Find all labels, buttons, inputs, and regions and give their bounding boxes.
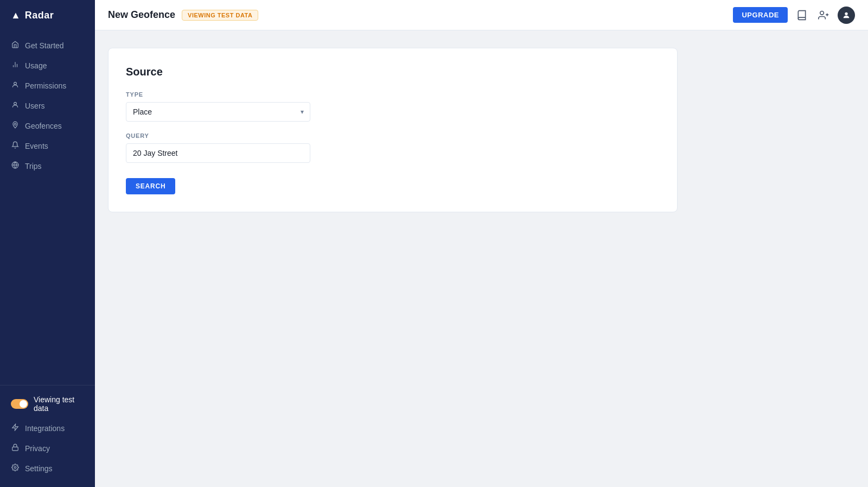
privacy-icon	[11, 444, 20, 453]
sidebar-item-label: Integrations	[25, 424, 65, 433]
viewing-test-data-toggle[interactable]: Viewing test data	[0, 390, 95, 418]
sidebar-item-geofences[interactable]: Geofences	[0, 116, 95, 136]
sidebar-logo: ▲ Radar	[0, 0, 95, 31]
sidebar: ▲ Radar Get Started Usage Permissions U	[0, 0, 95, 487]
type-select-wrapper: Place Address Coordinates ▾	[126, 102, 310, 122]
add-user-button[interactable]	[816, 8, 831, 23]
content: Source TYPE Place Address Coordinates ▾ …	[95, 30, 868, 487]
search-button[interactable]: SEARCH	[126, 178, 175, 194]
user-plus-icon	[818, 10, 829, 21]
topbar: New Geofence VIEWING TEST DATA UPGRADE	[95, 0, 868, 30]
sidebar-item-label: Usage	[25, 61, 47, 70]
type-select[interactable]: Place Address Coordinates	[126, 102, 310, 122]
usage-icon	[11, 61, 20, 70]
sidebar-item-events[interactable]: Events	[0, 136, 95, 156]
sidebar-item-label: Get Started	[25, 41, 64, 50]
settings-icon	[11, 464, 20, 473]
query-input[interactable]	[126, 143, 310, 163]
sidebar-item-users[interactable]: Users	[0, 96, 95, 116]
sidebar-item-label: Permissions	[25, 81, 66, 90]
svg-point-4	[14, 102, 17, 105]
sidebar-item-permissions[interactable]: Permissions	[0, 75, 95, 96]
topbar-right: UPGRADE	[733, 7, 855, 24]
avatar-icon	[842, 11, 851, 20]
trips-icon	[11, 161, 20, 170]
sidebar-item-label: Users	[25, 102, 45, 110]
events-icon	[11, 141, 20, 150]
integrations-icon	[11, 423, 20, 433]
svg-rect-9	[12, 447, 18, 450]
toggle-label: Viewing test data	[34, 395, 84, 413]
sidebar-nav: Get Started Usage Permissions Users Geof…	[0, 31, 95, 385]
book-icon	[796, 10, 807, 21]
sidebar-bottom: Viewing test data Integrations Privacy S…	[0, 385, 95, 487]
svg-point-11	[820, 11, 824, 15]
upgrade-button[interactable]: UPGRADE	[733, 7, 788, 23]
sidebar-item-label: Privacy	[25, 444, 50, 453]
sidebar-item-usage[interactable]: Usage	[0, 55, 95, 75]
sidebar-item-trips[interactable]: Trips	[0, 156, 95, 176]
home-icon	[11, 41, 20, 50]
sidebar-item-label: Events	[25, 142, 48, 150]
test-data-badge: VIEWING TEST DATA	[182, 10, 258, 21]
main-area: New Geofence VIEWING TEST DATA UPGRADE S…	[95, 0, 868, 487]
query-label: QUERY	[126, 132, 660, 139]
card-title: Source	[126, 66, 660, 78]
radar-logo-icon: ▲	[11, 10, 21, 21]
permissions-icon	[11, 81, 20, 90]
toggle-switch[interactable]	[11, 399, 28, 409]
app-name: Radar	[25, 10, 54, 21]
sidebar-item-integrations[interactable]: Integrations	[0, 418, 95, 438]
svg-marker-8	[12, 424, 18, 431]
svg-point-3	[14, 82, 17, 85]
docs-button[interactable]	[794, 8, 809, 23]
users-icon	[11, 101, 20, 110]
sidebar-item-get-started[interactable]: Get Started	[0, 35, 95, 55]
sidebar-item-label: Geofences	[25, 122, 62, 130]
type-form-group: TYPE Place Address Coordinates ▾	[126, 91, 660, 122]
sidebar-item-label: Settings	[25, 464, 53, 473]
query-form-group: QUERY	[126, 132, 660, 163]
sidebar-item-privacy[interactable]: Privacy	[0, 438, 95, 458]
sidebar-item-settings[interactable]: Settings	[0, 458, 95, 478]
type-label: TYPE	[126, 91, 660, 98]
source-card: Source TYPE Place Address Coordinates ▾ …	[108, 48, 678, 212]
svg-point-5	[14, 123, 16, 125]
avatar-button[interactable]	[838, 7, 855, 24]
svg-point-10	[14, 466, 16, 469]
svg-point-14	[845, 12, 847, 15]
geofences-icon	[11, 121, 20, 130]
page-title: New Geofence	[108, 9, 175, 21]
sidebar-item-label: Trips	[25, 162, 42, 170]
